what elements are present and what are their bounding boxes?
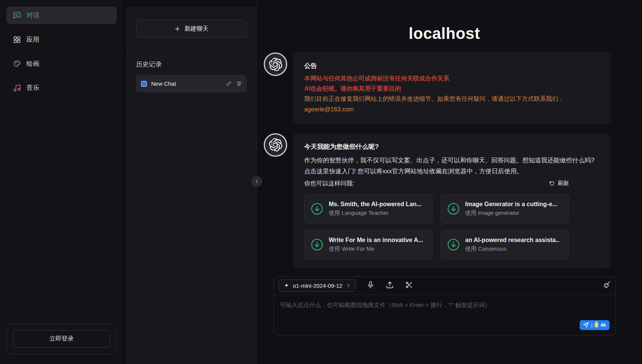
music-note-icon <box>13 84 21 92</box>
chat-item-actions <box>226 81 242 87</box>
plus-icon <box>174 26 181 32</box>
suggestion-texts: Ms. Smith, the AI-powered Lan... 使用 Lang… <box>329 201 422 217</box>
suggestion-texts: Image Generator is a cutting-e... 使用 ima… <box>465 201 557 217</box>
message-input[interactable] <box>280 301 610 327</box>
suggestion-title: Ms. Smith, the AI-powered Lan... <box>329 201 422 208</box>
suggestion-title: Image Generator is a cutting-e... <box>465 201 557 208</box>
page-title: localhost <box>257 25 632 43</box>
suggestion-grid: Ms. Smith, the AI-powered Lan... 使用 Lang… <box>304 194 599 259</box>
sidebar-item-label: 应用 <box>26 35 39 44</box>
voice-input-button[interactable] <box>366 281 375 290</box>
rename-chat-button[interactable] <box>226 81 232 87</box>
composer-input-area: | 4k <box>274 295 616 335</box>
suggestion-card[interactable]: an AI-powered research assista... 使用 Con… <box>441 230 569 259</box>
announcement-title: 公告 <box>304 62 599 70</box>
openai-logo-icon <box>269 138 282 151</box>
microphone-icon <box>367 281 374 289</box>
suggestion-subtitle: 使用 Write For Me <box>329 245 423 253</box>
suggestion-card[interactable]: Write For Me is an innovative A... 使用 Wr… <box>304 230 433 259</box>
ask-row: 你也可以这样问我: 刷新 <box>304 178 569 189</box>
suggestion-texts: an AI-powered research assista... 使用 Con… <box>465 237 560 253</box>
send-button[interactable]: | 4k <box>580 320 610 330</box>
composer-toolbar: o1-mini-2024-09-12 <box>274 277 616 295</box>
suggestion-subtitle: 使用 Language Teacher <box>329 210 422 217</box>
assistant-avatar <box>264 133 287 157</box>
chevron-left-icon <box>254 179 260 184</box>
suggestion-title: an AI-powered research assista... <box>465 237 560 244</box>
announcement-line: AI也会犯错。请勿将其用于重要目的 <box>304 83 599 94</box>
contact-email-link[interactable]: ageerle@163.com <box>304 104 354 114</box>
composer: o1-mini-2024-09-12 <box>274 276 616 335</box>
palette-icon <box>13 60 21 68</box>
ask-hint: 你也可以这样问我: <box>304 178 354 189</box>
login-button[interactable]: 立即登录 <box>13 330 110 348</box>
upload-icon <box>386 281 394 289</box>
panel-divider <box>257 0 257 364</box>
chat-item-title: New Chat <box>151 80 221 87</box>
sidebar-item-music[interactable]: 音乐 <box>6 79 117 97</box>
sidebar-item-label: 音乐 <box>26 83 39 92</box>
new-chat-label: 新建聊天 <box>184 25 209 33</box>
sidebar-item-drawing[interactable]: 绘画 <box>6 55 117 72</box>
announcement-line: 本网站与任何其他公司或商标没有任何关联或合作关系 <box>304 73 599 83</box>
upload-file-button[interactable] <box>385 281 394 290</box>
clear-context-button[interactable] <box>602 281 611 290</box>
new-chat-button[interactable]: 新建聊天 <box>136 20 247 38</box>
announcement-line: 我们目前正在修复我们网站上的错误并改进细节。如果您有任何疑问，请通过以下方式联系… <box>304 94 599 104</box>
sidebar-spacer <box>6 103 117 324</box>
main-panel: localhost 公告 本网站与任何其他公司或商标没有任何关联或合作关系 AI… <box>257 0 642 364</box>
pill-separator: | <box>591 322 592 328</box>
download-circle-icon <box>311 202 323 215</box>
model-select-button[interactable]: o1-mini-2024-09-12 <box>278 279 356 292</box>
send-plane-icon <box>583 322 589 328</box>
welcome-bubble: 今天我能为您做些什么呢? 作为你的智慧伙伴，我不仅可以写文案、出点子，还可以和你… <box>293 133 611 268</box>
download-circle-icon <box>311 238 323 251</box>
model-label: o1-mini-2024-09-12 <box>293 282 342 289</box>
broom-icon <box>603 281 611 289</box>
download-circle-icon <box>447 238 460 251</box>
refresh-suggestions-button[interactable]: 刷新 <box>549 180 569 187</box>
collapse-panel-button[interactable] <box>251 176 262 187</box>
token-icon <box>595 322 598 327</box>
sidebar-gap <box>123 0 126 364</box>
sidebar-item-apps[interactable]: 应用 <box>6 31 117 48</box>
download-circle-icon <box>447 202 460 215</box>
suggestion-card[interactable]: Ms. Smith, the AI-powered Lan... 使用 Lang… <box>304 194 433 224</box>
login-card: 立即登录 <box>6 324 117 354</box>
sidebar-item-chat[interactable]: 对话 <box>6 6 117 24</box>
refresh-label: 刷新 <box>558 180 569 187</box>
trash-icon <box>236 81 242 86</box>
token-count: 4k <box>600 322 606 328</box>
delete-chat-button[interactable] <box>236 81 242 87</box>
apps-grid-icon <box>13 35 21 44</box>
suggestion-subtitle: 使用 Consensus <box>465 245 560 253</box>
pencil-icon <box>226 81 232 86</box>
refresh-icon <box>549 180 555 187</box>
announcement-bubble: 公告 本网站与任何其他公司或商标没有任何关联或合作关系 AI也会犯错。请勿将其用… <box>293 52 611 123</box>
chevron-right-icon <box>346 283 351 288</box>
assistant-avatar <box>264 52 287 76</box>
sidebar-item-label: 绘画 <box>26 59 39 68</box>
sparkle-icon <box>283 282 289 288</box>
suggestion-title: Write For Me is an innovative A... <box>329 237 423 244</box>
chatlist-top: 新建聊天 <box>126 6 257 49</box>
openai-logo-icon <box>269 58 282 71</box>
suggestion-subtitle: 使用 image generator <box>465 210 557 217</box>
chat-list-item[interactable]: New Chat <box>136 75 247 93</box>
history-title: 历史记录 <box>136 60 247 69</box>
welcome-title: 今天我能为您做些什么呢? <box>304 142 599 151</box>
message-row: 公告 本网站与任何其他公司或商标没有任何关联或合作关系 AI也会犯错。请勿将其用… <box>257 52 632 123</box>
sidebar: 对话 应用 绘画 音乐 立即登录 <box>0 0 123 364</box>
main-content: localhost 公告 本网站与任何其他公司或商标没有任何关联或合作关系 AI… <box>257 25 632 335</box>
app-root: 对话 应用 绘画 音乐 立即登录 <box>0 0 642 364</box>
welcome-body: 作为你的智慧伙伴，我不仅可以写文案、出点子，还可以和你聊天、回答问题。想知道我还… <box>304 155 599 177</box>
chat-bubble-icon <box>13 11 21 20</box>
screenshot-button[interactable] <box>405 281 414 290</box>
chat-history-panel: 新建聊天 历史记录 New Chat <box>126 6 257 364</box>
sidebar-item-label: 对话 <box>26 11 39 20</box>
message-row: 今天我能为您做些什么呢? 作为你的智慧伙伴，我不仅可以写文案、出点子，还可以和你… <box>257 133 632 268</box>
chat-color-icon <box>141 81 147 87</box>
scissors-icon <box>405 281 413 289</box>
suggestion-texts: Write For Me is an innovative A... 使用 Wr… <box>329 237 423 253</box>
suggestion-card[interactable]: Image Generator is a cutting-e... 使用 ima… <box>441 194 569 224</box>
